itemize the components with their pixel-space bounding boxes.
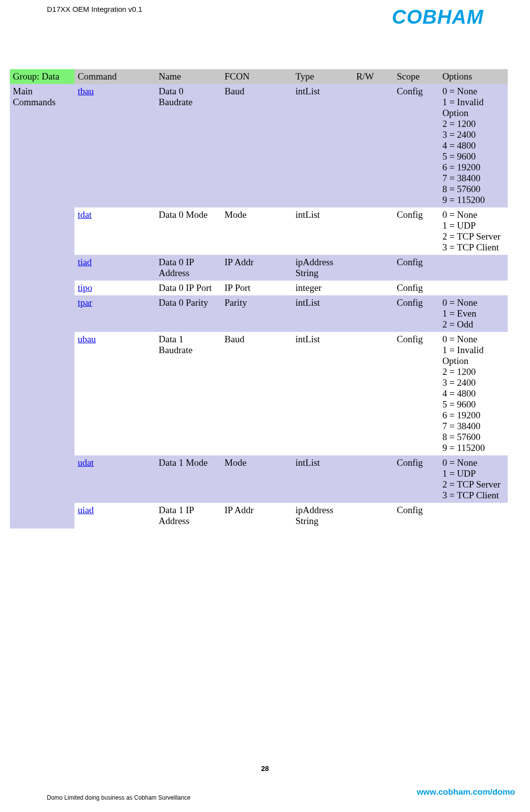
- commands-table: Group: Data Command Name FCON Type R/W S…: [10, 69, 508, 528]
- cell-rw: [353, 84, 394, 207]
- cell-type: intList: [293, 295, 353, 332]
- cell-command: udat: [75, 455, 155, 503]
- header-command: Command: [75, 69, 155, 84]
- option-line: 9 = 115200: [442, 195, 505, 205]
- cell-rw: [353, 503, 394, 528]
- cell-fcon: Mode: [222, 455, 293, 503]
- cell-rw: [353, 207, 394, 255]
- cell-fcon: IP Port: [222, 281, 293, 295]
- option-line: 4 = 4800: [442, 388, 505, 399]
- cell-fcon: Parity: [222, 295, 293, 332]
- cell-options: [439, 255, 508, 281]
- command-link[interactable]: tbau: [77, 86, 94, 96]
- command-link[interactable]: ubau: [77, 334, 96, 344]
- cell-type: ipAddress String: [293, 503, 353, 528]
- cell-type: intList: [293, 455, 353, 503]
- table-row: tdatData 0 ModeModeintListConfig0 = None…: [10, 207, 508, 255]
- header-scope: Scope: [394, 69, 439, 84]
- cell-options: 0 = None1 = Invalid Option2 = 12003 = 24…: [439, 84, 508, 207]
- table-row: tipoData 0 IP PortIP PortintegerConfig: [10, 281, 508, 295]
- cell-options: 0 = None1 = Even2 = Odd: [439, 295, 508, 332]
- cell-scope: Config: [394, 503, 439, 528]
- cell-scope: Config: [394, 295, 439, 332]
- table-row: tparData 0 ParityParityintListConfig0 = …: [10, 295, 508, 332]
- cell-options: [439, 503, 508, 528]
- cell-fcon: Mode: [222, 207, 293, 255]
- cell-type: intList: [293, 84, 353, 207]
- option-line: 1 = Even: [442, 308, 505, 319]
- cell-scope: Config: [394, 281, 439, 295]
- cell-rw: [353, 332, 394, 455]
- cell-command: tdat: [75, 207, 155, 255]
- cell-command: uiad: [75, 503, 155, 528]
- command-link[interactable]: uiad: [77, 505, 94, 515]
- cell-command: tbau: [75, 84, 155, 207]
- option-line: 0 = None: [442, 209, 505, 220]
- option-line: 5 = 9600: [442, 151, 505, 162]
- option-line: 3 = TCP Client: [442, 242, 505, 253]
- command-link[interactable]: tdat: [77, 209, 92, 220]
- cell-options: [439, 281, 508, 295]
- cell-scope: Config: [394, 455, 439, 503]
- cell-options: 0 = None1 = UDP2 = TCP Server3 = TCP Cli…: [439, 455, 508, 503]
- cell-command: tiad: [75, 255, 155, 281]
- option-line: 2 = Odd: [442, 319, 505, 330]
- cell-fcon: Baud: [222, 84, 293, 207]
- command-link[interactable]: tpar: [77, 297, 92, 308]
- cell-scope: Config: [394, 84, 439, 207]
- option-line: 1 = UDP: [442, 468, 505, 479]
- option-line: 7 = 38400: [442, 173, 505, 184]
- option-line: 0 = None: [442, 457, 505, 468]
- option-line: 2 = 1200: [442, 119, 505, 129]
- option-line: 5 = 9600: [442, 399, 505, 410]
- command-link[interactable]: tiad: [77, 257, 92, 267]
- table-row: tiadData 0 IP AddressIP AddripAddress St…: [10, 255, 508, 281]
- option-line: 2 = TCP Server: [442, 231, 505, 242]
- header-type: Type: [293, 69, 353, 84]
- cobham-logo: COBHAM: [392, 6, 515, 30]
- cell-name: Data 1 IP Address: [156, 503, 222, 528]
- cell-fcon: IP Addr: [222, 503, 293, 528]
- option-line: 8 = 57600: [442, 432, 505, 443]
- option-line: 1 = UDP: [442, 220, 505, 231]
- header-group: Group: Data: [10, 69, 75, 84]
- cell-scope: Config: [394, 207, 439, 255]
- cell-scope: Config: [394, 255, 439, 281]
- cell-rw: [353, 281, 394, 295]
- option-line: 1 = Invalid Option: [442, 345, 505, 366]
- table-row: udatData 1 ModeModeintListConfig0 = None…: [10, 455, 508, 503]
- cell-name: Data 0 IP Port: [156, 281, 222, 295]
- cell-type: integer: [293, 281, 353, 295]
- option-line: 9 = 115200: [442, 443, 505, 453]
- option-line: 6 = 19200: [442, 410, 505, 421]
- header-fcon: FCON: [222, 69, 293, 84]
- row-group-label: Main Commands: [10, 84, 75, 528]
- command-link[interactable]: tipo: [77, 283, 92, 293]
- cell-options: 0 = None1 = Invalid Option2 = 12003 = 24…: [439, 332, 508, 455]
- table-row: uiadData 1 IP AddressIP AddripAddress St…: [10, 503, 508, 528]
- option-line: 2 = 1200: [442, 366, 505, 377]
- option-line: 3 = 2400: [442, 129, 505, 140]
- cell-type: intList: [293, 332, 353, 455]
- cell-rw: [353, 295, 394, 332]
- cell-fcon: IP Addr: [222, 255, 293, 281]
- option-line: 0 = None: [442, 86, 505, 97]
- option-line: 3 = 2400: [442, 377, 505, 388]
- command-link[interactable]: udat: [77, 457, 94, 468]
- page-number: 28: [0, 765, 530, 772]
- document-title: D17XX OEM Integration v0.1: [47, 5, 142, 13]
- option-line: 1 = Invalid Option: [442, 97, 505, 119]
- cell-fcon: Baud: [222, 332, 293, 455]
- cell-name: Data 0 Parity: [156, 295, 222, 332]
- option-line: 6 = 19200: [442, 162, 505, 173]
- cell-name: Data 1 Mode: [156, 455, 222, 503]
- option-line: 3 = TCP Client: [442, 490, 505, 501]
- cell-rw: [353, 255, 394, 281]
- table-row: ubauData 1 BaudrateBaudintListConfig0 = …: [10, 332, 508, 455]
- header-name: Name: [156, 69, 222, 84]
- footer-company: Domo Limited doing business as Cobham Su…: [47, 794, 190, 801]
- option-line: 2 = TCP Server: [442, 479, 505, 490]
- option-line: 4 = 4800: [442, 140, 505, 151]
- cell-options: 0 = None1 = UDP2 = TCP Server3 = TCP Cli…: [439, 207, 508, 255]
- cell-command: ubau: [75, 332, 155, 455]
